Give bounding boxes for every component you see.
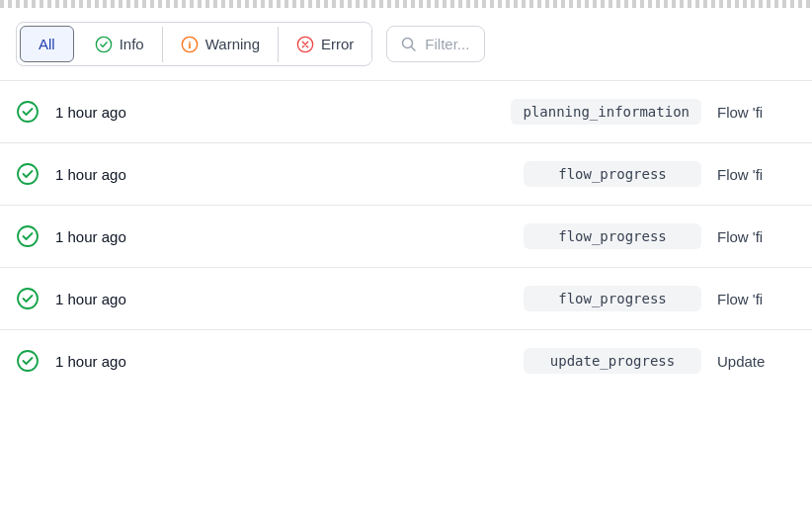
row-tag: flow_progress bbox=[524, 286, 701, 311]
row-time: 1 hour ago bbox=[55, 291, 174, 307]
status-icon-success bbox=[16, 349, 40, 373]
table-row: 1 hour ago flow_progress Flow 'fi bbox=[0, 206, 812, 268]
svg-point-7 bbox=[18, 226, 38, 246]
row-time: 1 hour ago bbox=[55, 353, 174, 370]
row-message: Update bbox=[717, 353, 796, 370]
row-time: 1 hour ago bbox=[55, 228, 174, 245]
table-row: 1 hour ago update_progress Update bbox=[0, 330, 812, 392]
search-placeholder: Filter... bbox=[425, 36, 469, 52]
tab-warning[interactable]: i Warning bbox=[163, 27, 279, 62]
x-circle-icon bbox=[296, 36, 314, 53]
row-tag: planning_information bbox=[511, 99, 701, 125]
svg-point-9 bbox=[18, 351, 38, 371]
search-box[interactable]: Filter... bbox=[386, 26, 485, 62]
tab-info-label: Info bbox=[120, 36, 144, 52]
row-tag: flow_progress bbox=[524, 223, 701, 249]
svg-point-6 bbox=[18, 164, 38, 184]
row-time: 1 hour ago bbox=[55, 166, 174, 183]
row-message: Flow 'fi bbox=[717, 291, 796, 307]
svg-text:i: i bbox=[188, 39, 191, 50]
svg-point-5 bbox=[18, 102, 38, 122]
table-row: 1 hour ago flow_progress Flow 'fi bbox=[0, 268, 812, 330]
tab-info[interactable]: Info bbox=[77, 27, 163, 62]
row-time: 1 hour ago bbox=[55, 104, 174, 121]
status-icon-success bbox=[16, 100, 40, 124]
tab-error-label: Error bbox=[321, 36, 354, 52]
row-message: Flow 'fi bbox=[717, 166, 796, 183]
status-icon-success bbox=[16, 224, 40, 248]
tab-error[interactable]: Error bbox=[279, 27, 371, 62]
row-tag: update_progress bbox=[524, 348, 701, 374]
filter-bar: All Info i Warning Error bbox=[0, 8, 812, 81]
svg-point-0 bbox=[96, 37, 111, 51]
search-icon bbox=[401, 37, 417, 52]
tab-all-label: All bbox=[39, 36, 55, 52]
row-tag: flow_progress bbox=[524, 161, 701, 187]
table-row: 1 hour ago flow_progress Flow 'fi bbox=[0, 143, 812, 206]
filter-tabs: All Info i Warning Error bbox=[16, 22, 372, 66]
check-circle-icon bbox=[95, 36, 113, 53]
row-message: Flow 'fi bbox=[717, 104, 796, 121]
log-table: 1 hour ago planning_information Flow 'fi… bbox=[0, 81, 812, 392]
row-message: Flow 'fi bbox=[717, 228, 796, 245]
tab-warning-label: Warning bbox=[205, 36, 260, 52]
tab-all[interactable]: All bbox=[20, 26, 74, 62]
svg-point-8 bbox=[18, 289, 38, 308]
top-border bbox=[0, 0, 812, 8]
status-icon-success bbox=[16, 162, 40, 186]
status-icon-success bbox=[16, 287, 40, 310]
table-row: 1 hour ago planning_information Flow 'fi bbox=[0, 81, 812, 143]
info-circle-icon: i bbox=[181, 36, 199, 53]
